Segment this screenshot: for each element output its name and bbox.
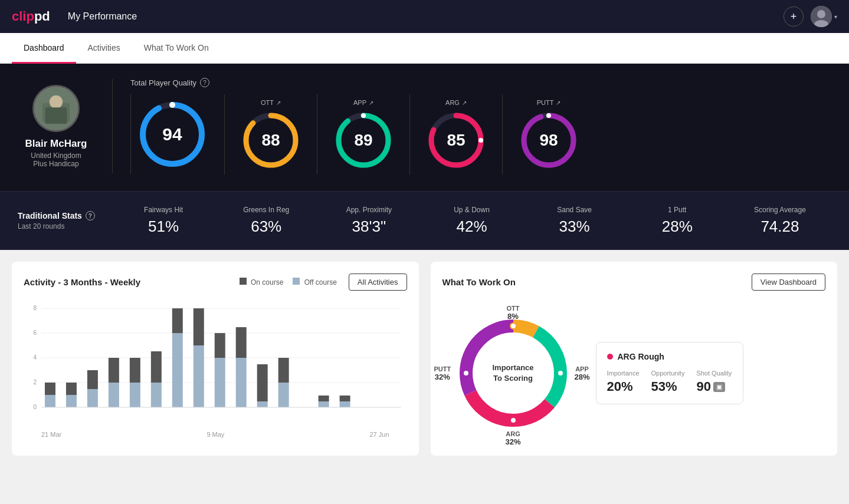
info-opportunity: Opportunity 53% <box>651 370 685 394</box>
svg-rect-56 <box>319 396 329 401</box>
view-dashboard-button[interactable]: View Dashboard <box>752 274 825 291</box>
svg-rect-55 <box>319 401 329 407</box>
svg-point-1 <box>817 10 825 18</box>
svg-rect-43 <box>172 333 183 407</box>
nav-title: My Performance <box>68 11 784 22</box>
svg-rect-32 <box>45 383 55 395</box>
app-donut-label: APP28% <box>574 365 589 381</box>
svg-rect-46 <box>194 308 204 345</box>
info-card-title: ARG Rough <box>607 352 732 361</box>
arg-arrow: ↗ <box>462 100 467 106</box>
chart-legend: On course Off course <box>240 278 337 286</box>
svg-rect-53 <box>278 383 289 407</box>
svg-rect-33 <box>66 395 77 407</box>
info-shot-quality: Shot Quality 90 ▣ <box>696 370 732 394</box>
svg-text:8: 8 <box>33 305 37 311</box>
svg-rect-41 <box>151 383 162 407</box>
svg-rect-48 <box>215 333 225 358</box>
svg-rect-42 <box>151 351 162 383</box>
stat-label-wrap: Traditional Stats ? Last 20 rounds <box>18 211 112 230</box>
svg-rect-49 <box>236 358 247 407</box>
metric-app: APP ↗ 89 <box>317 94 410 174</box>
arg-value: 85 <box>447 131 465 150</box>
svg-rect-40 <box>130 358 140 383</box>
svg-rect-6 <box>45 107 67 124</box>
stats-sub: Last 20 rounds <box>18 222 112 230</box>
stat-sandsave: Sand Save 33% <box>523 206 626 236</box>
metric-tpq: 94 <box>131 94 225 174</box>
stat-proximity: App. Proximity 38'3" <box>317 206 420 236</box>
user-avatar <box>811 6 832 27</box>
svg-rect-35 <box>87 389 98 407</box>
tab-dashboard[interactable]: Dashboard <box>12 34 76 64</box>
work-content: ImportanceTo Scoring OTT8% APP28% ARG32%… <box>442 302 826 444</box>
svg-rect-51 <box>257 401 268 407</box>
avatar-wrap[interactable]: ▾ <box>811 6 837 27</box>
stat-updown: Up & Down 42% <box>420 206 523 236</box>
all-activities-button[interactable]: All Activities <box>349 274 407 291</box>
svg-text:4: 4 <box>33 354 37 361</box>
svg-point-65 <box>510 323 516 329</box>
stat-items: Fairways Hit 51% Greens In Reg 63% App. … <box>112 206 831 236</box>
tpq-help-icon[interactable]: ? <box>200 78 209 87</box>
svg-point-17 <box>478 138 483 143</box>
svg-rect-34 <box>66 383 77 395</box>
ott-donut-label: OTT8% <box>507 305 520 321</box>
app-value: 89 <box>354 131 372 150</box>
chart-area: 8 6 4 2 0 <box>24 302 407 432</box>
add-button[interactable]: + <box>784 6 804 27</box>
logo: clippd <box>12 9 50 24</box>
chart-x-axis: 21 Mar 9 May 27 Jun <box>24 429 407 438</box>
legend-off-course: Off course <box>293 278 336 286</box>
hero-section: Blair McHarg United Kingdom Plus Handica… <box>0 64 849 191</box>
tab-what-to-work-on[interactable]: What To Work On <box>132 34 221 64</box>
bar-chart-svg: 8 6 4 2 0 <box>24 302 407 426</box>
stat-scoring: Scoring Average 74.28 <box>729 206 831 236</box>
top-nav: clippd My Performance + ▾ <box>0 0 849 33</box>
ott-arrow: ↗ <box>276 100 281 106</box>
avatar-chevron: ▾ <box>834 14 837 20</box>
svg-point-66 <box>558 370 563 376</box>
work-on-title: What To Work On <box>442 277 516 287</box>
putt-arrow: ↗ <box>556 100 560 106</box>
info-card: ARG Rough Importance 20% Opportunity 53%… <box>596 342 743 404</box>
info-importance: Importance 20% <box>607 370 640 394</box>
stats-help-icon[interactable]: ? <box>86 211 95 220</box>
svg-text:0: 0 <box>33 404 37 410</box>
svg-point-68 <box>463 370 469 376</box>
ott-value: 88 <box>261 131 280 150</box>
svg-text:2: 2 <box>33 379 37 386</box>
svg-rect-58 <box>340 396 350 401</box>
svg-rect-38 <box>109 358 119 383</box>
tpq-label: Total Player Quality ? <box>130 78 831 87</box>
work-on-header: What To Work On View Dashboard <box>442 274 826 291</box>
info-metrics: Importance 20% Opportunity 53% Shot Qual… <box>607 370 732 394</box>
svg-rect-45 <box>194 345 204 407</box>
svg-text:6: 6 <box>33 330 37 336</box>
tab-activities[interactable]: Activities <box>76 34 132 64</box>
svg-rect-47 <box>215 358 225 407</box>
tpq-value: 94 <box>162 124 182 144</box>
svg-rect-39 <box>130 383 140 407</box>
activity-header: Activity - 3 Months - Weekly On course O… <box>24 274 407 291</box>
metrics-wrap: Total Player Quality ? 94 <box>130 78 831 174</box>
svg-rect-50 <box>236 327 247 358</box>
red-dot-icon <box>607 354 613 360</box>
svg-point-14 <box>361 113 366 118</box>
donut-center-text: ImportanceTo Scoring <box>492 363 533 384</box>
svg-point-5 <box>50 95 63 108</box>
stat-1putt: 1 Putt 28% <box>626 206 729 236</box>
app-arrow: ↗ <box>369 100 373 106</box>
svg-rect-52 <box>257 364 268 401</box>
svg-point-9 <box>169 102 175 108</box>
player-name: Blair McHarg <box>25 138 87 150</box>
player-avatar <box>32 85 80 132</box>
putt-donut-label: PUTT32% <box>434 365 451 381</box>
metric-putt: PUTT ↗ 98 <box>503 94 595 174</box>
svg-rect-31 <box>45 395 55 407</box>
svg-rect-57 <box>340 401 350 407</box>
svg-point-20 <box>546 113 551 118</box>
svg-rect-54 <box>278 358 289 383</box>
stats-row: Traditional Stats ? Last 20 rounds Fairw… <box>0 191 849 250</box>
svg-rect-36 <box>87 370 98 389</box>
